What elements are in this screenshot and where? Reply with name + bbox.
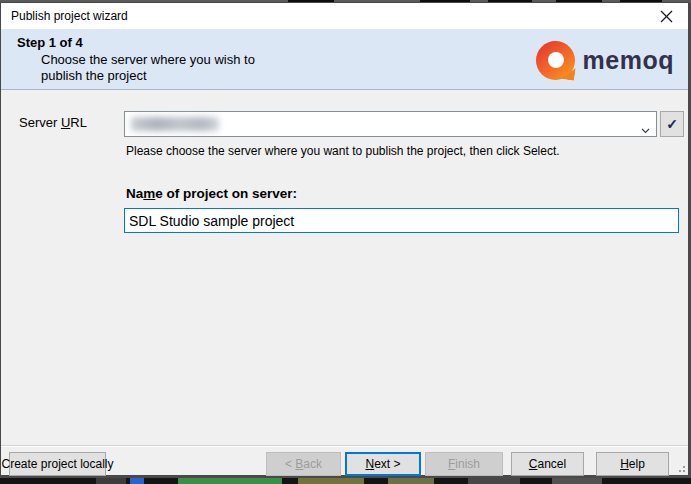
window-title: Publish project wizard — [11, 9, 128, 23]
check-icon: ✓ — [666, 116, 678, 132]
next-button[interactable]: Next > — [345, 452, 421, 476]
wizard-header: Step 1 of 4 Choose the server where you … — [1, 29, 688, 90]
project-name-label: Name of project on server: — [126, 186, 297, 201]
resize-grip[interactable] — [675, 462, 685, 472]
memoq-wordmark: memoq — [583, 46, 674, 75]
server-url-redacted-value — [131, 117, 219, 131]
chevron-down-icon[interactable] — [641, 120, 650, 138]
close-icon — [660, 10, 673, 23]
footer-separator — [1, 445, 688, 447]
server-helper-text: Please choose the server where you want … — [126, 144, 560, 158]
wizard-step-description: Choose the server where you wish to publ… — [41, 52, 255, 84]
server-url-combobox[interactable] — [124, 111, 657, 137]
title-bar: Publish project wizard — [1, 3, 688, 29]
server-url-label: Server URL — [19, 115, 87, 130]
help-button[interactable]: Help — [596, 452, 669, 476]
memoq-q-icon — [536, 41, 575, 80]
close-button[interactable] — [649, 3, 683, 29]
finish-button[interactable]: Finish — [425, 452, 503, 476]
wizard-step-title: Step 1 of 4 — [17, 35, 83, 50]
publish-project-wizard-dialog: Publish project wizard Step 1 of 4 Choos… — [0, 2, 689, 476]
project-name-input[interactable] — [124, 208, 679, 233]
screen-background-bottom — [0, 478, 691, 484]
cancel-button[interactable]: Cancel — [511, 452, 584, 476]
create-project-locally-button[interactable]: Create project locally — [9, 452, 106, 476]
back-button[interactable]: < Back — [266, 452, 341, 476]
memoq-logo: memoq — [536, 39, 674, 81]
select-server-button[interactable]: ✓ — [660, 111, 684, 137]
